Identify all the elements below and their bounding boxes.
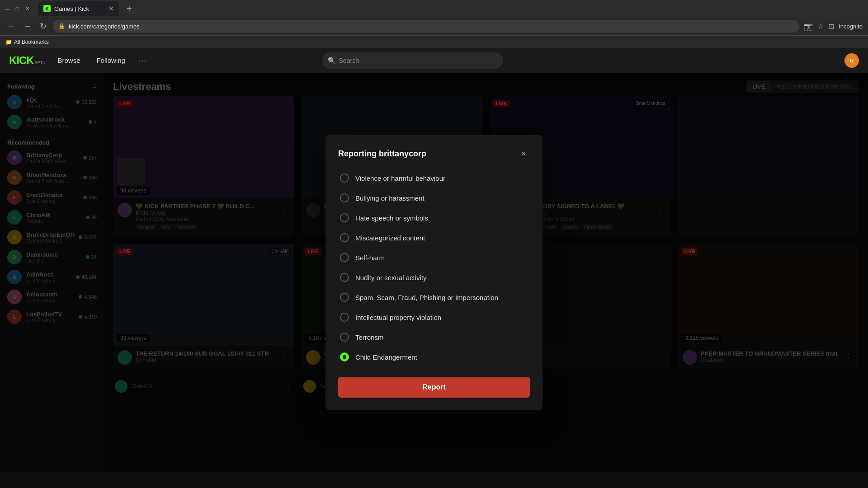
radio-terrorism	[340, 333, 349, 342]
modal-header: Reporting brittanycorp ×	[338, 147, 530, 160]
lock-icon: 🔒	[58, 23, 65, 29]
browser-chrome: — □ ✕ K Games | Kick ✕ + ← → ↻ 🔒 kick.co…	[0, 0, 868, 48]
following-nav-link[interactable]: Following	[93, 55, 129, 66]
app-layout: Following ≡ x xQc Grand Theft A... 52,32…	[0, 73, 868, 472]
bookmarks-icon: 📁	[5, 39, 12, 45]
tab-title: Games | Kick	[54, 5, 89, 12]
back-button[interactable]: ←	[5, 20, 17, 33]
search-placeholder: Search	[339, 57, 359, 64]
forward-button[interactable]: →	[22, 20, 33, 33]
report-label-violence: Violence or harmful behaviour	[355, 174, 445, 182]
report-option-child-endangerment[interactable]: Child Endangerment	[338, 348, 530, 366]
top-nav: KICK BETA Browse Following ⋯ 🔍 Search U	[0, 48, 868, 73]
report-option-self-harm[interactable]: Self-harm	[338, 249, 530, 267]
report-options: Violence or harmful behaviour Bullying o…	[338, 169, 530, 366]
report-button[interactable]: Report	[338, 377, 530, 398]
radio-child-endangerment	[340, 352, 349, 361]
reload-button[interactable]: ↻	[38, 19, 48, 33]
new-tab-button[interactable]: +	[123, 4, 136, 14]
camera-off-icon: 📷	[804, 22, 813, 31]
browser-tab[interactable]: K Games | Kick ✕	[38, 1, 119, 16]
report-modal: Reporting brittanycorp × Violence or har…	[326, 135, 542, 410]
browse-nav-link[interactable]: Browse	[54, 55, 84, 66]
nav-bar: ← → ↻ 🔒 kick.com/categories/games 📷 ☆ ⊡ …	[0, 17, 868, 35]
tab-favicon: K	[43, 5, 51, 12]
radio-miscategorized	[340, 233, 349, 242]
report-option-ip[interactable]: Intellectual property violation	[338, 308, 530, 326]
report-label-child-endangerment: Child Endangerment	[355, 353, 417, 361]
report-option-terrorism[interactable]: Terrorism	[338, 328, 530, 346]
modal-close-button[interactable]: ×	[517, 147, 530, 160]
close-button[interactable]: ✕	[24, 5, 31, 12]
report-label-hate-speech: Hate speech or symbols	[355, 214, 428, 222]
kick-logo: KICK BETA	[9, 54, 45, 67]
report-option-hate-speech[interactable]: Hate speech or symbols	[338, 209, 530, 227]
browser-layout-icon[interactable]: ⊡	[828, 22, 834, 31]
user-profile-avatar[interactable]: U	[844, 53, 859, 68]
report-label-spam: Spam, Scam, Fraud, Phishing or Impersona…	[355, 294, 498, 301]
report-label-bullying: Bullying or harassment	[355, 194, 425, 202]
radio-self-harm	[340, 253, 349, 262]
url-text: kick.com/categories/games	[69, 23, 140, 30]
report-option-nudity[interactable]: Nudity or sexual activity	[338, 268, 530, 286]
radio-hate-speech	[340, 213, 349, 222]
minimize-button[interactable]: —	[4, 5, 11, 12]
report-option-spam[interactable]: Spam, Scam, Fraud, Phishing or Impersona…	[338, 288, 530, 306]
title-bar: — □ ✕ K Games | Kick ✕ +	[0, 0, 868, 17]
report-option-miscategorized[interactable]: Miscategorized content	[338, 229, 530, 247]
radio-nudity	[340, 273, 349, 282]
maximize-button[interactable]: □	[14, 5, 21, 12]
tab-close-button[interactable]: ✕	[108, 5, 114, 12]
modal-overlay: Reporting brittanycorp × Violence or har…	[0, 73, 868, 472]
report-label-nudity: Nudity or sexual activity	[355, 274, 427, 282]
bookmark-icon[interactable]: ☆	[817, 22, 824, 31]
report-label-ip: Intellectual property violation	[355, 314, 441, 321]
search-bar[interactable]: 🔍 Search	[322, 52, 503, 69]
radio-ip	[340, 313, 349, 322]
nav-actions: 📷 ☆ ⊡ Incognito	[804, 22, 863, 31]
search-icon: 🔍	[328, 57, 335, 64]
bookmarks-label: All Bookmarks	[14, 39, 49, 45]
report-label-miscategorized: Miscategorized content	[355, 234, 425, 242]
window-controls: — □ ✕	[4, 5, 31, 12]
radio-violence	[340, 174, 349, 183]
radio-spam	[340, 293, 349, 302]
incognito-label: Incognito	[839, 23, 863, 30]
report-option-bullying[interactable]: Bullying or harassment	[338, 189, 530, 207]
report-option-violence[interactable]: Violence or harmful behaviour	[338, 169, 530, 187]
address-bar[interactable]: 🔒 kick.com/categories/games	[53, 20, 799, 33]
modal-title: Reporting brittanycorp	[338, 149, 426, 159]
more-nav-button[interactable]: ⋯	[138, 55, 147, 66]
report-label-self-harm: Self-harm	[355, 254, 385, 262]
bookmarks-bar: 📁 All Bookmarks	[0, 35, 868, 48]
radio-bullying	[340, 193, 349, 202]
user-avatar[interactable]: U	[844, 53, 859, 68]
report-label-terrorism: Terrorism	[355, 333, 384, 341]
